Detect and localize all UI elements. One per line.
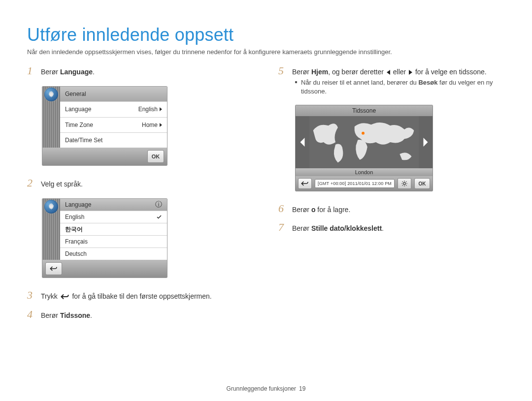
step-4: 4 Berør Tidssone. — [27, 308, 268, 321]
row-timezone[interactable]: Time Zone Home — [60, 118, 167, 133]
back-button[interactable] — [298, 178, 312, 189]
ok-button[interactable]: OK — [147, 150, 164, 163]
page-title: Utføre innledende oppsett — [27, 25, 505, 45]
step-num: 1 — [27, 64, 36, 77]
settings-side-strip — [42, 87, 60, 148]
chevron-left-icon — [387, 70, 390, 75]
step-1: 1 Berør Language. — [27, 64, 268, 77]
step-num: 6 — [278, 202, 287, 215]
screen-header: General — [60, 87, 167, 102]
step-text: Berør Hjem, og berør deretter eller for … — [292, 67, 487, 77]
step-text: Berør Tidssone. — [41, 310, 92, 320]
screen-general-settings: General Language English Time Zone Home … — [42, 86, 167, 166]
step-num: 3 — [27, 289, 36, 302]
step-6: 6 Berør o for å lagre. — [278, 202, 505, 215]
lang-german[interactable]: Deutsch — [60, 248, 167, 260]
step-5-note: Når du reiser til et annet land, berører… — [295, 78, 505, 96]
step-num: 7 — [278, 221, 287, 234]
row-datetime[interactable]: Date/Time Set — [60, 133, 167, 148]
tz-gmt-datetime: [GMT +00:00] 2011/01/01 12:00 PM — [315, 179, 395, 188]
check-icon — [156, 214, 162, 220]
world-map[interactable] — [309, 116, 419, 168]
step-text: Trykk for å gå tilbake til den første op… — [41, 291, 212, 302]
step-text: Berør Stille dato/klokkeslett. — [292, 223, 384, 233]
step-7: 7 Berør Stille dato/klokkeslett. — [278, 221, 505, 234]
screen-header: Language ⓘ — [60, 199, 167, 211]
step-2: 2 Velg et språk. — [27, 177, 268, 189]
intro-text: Når den innledende oppsettsskjermen vise… — [27, 48, 505, 56]
bullet-icon — [295, 81, 297, 83]
svg-point-4 — [403, 183, 406, 185]
screen-language-list: Language ⓘ English 한국어 — [42, 198, 167, 278]
step-text: Berør Language. — [41, 67, 95, 77]
step-num: 4 — [27, 308, 36, 321]
step-text: Berør o for å lagre. — [292, 205, 350, 215]
step-num: 2 — [27, 177, 36, 189]
step-3: 3 Trykk for å gå tilbake til den første … — [27, 289, 268, 302]
tz-title: Tidssone — [296, 105, 432, 116]
gear-icon — [44, 88, 58, 101]
back-icon — [61, 292, 69, 302]
svg-point-3 — [362, 132, 365, 135]
lang-english[interactable]: English — [60, 211, 167, 223]
info-icon[interactable]: ⓘ — [155, 200, 162, 209]
step-5: 5 Berør Hjem, og berør deretter eller fo… — [278, 64, 505, 77]
gear-icon — [44, 200, 58, 214]
page-footer: Grunnleggende funksjoner19 — [0, 385, 532, 392]
tz-city: London — [296, 168, 432, 176]
ok-button[interactable]: OK — [414, 178, 430, 189]
row-language[interactable]: Language English — [60, 102, 167, 117]
lang-french[interactable]: Français — [60, 236, 167, 248]
step-num: 5 — [278, 64, 287, 77]
chevron-right-icon — [409, 70, 412, 75]
settings-side-strip — [42, 199, 60, 260]
chevron-right-icon — [160, 107, 162, 111]
dst-button[interactable] — [398, 178, 411, 189]
step-text: Velg et språk. — [41, 179, 83, 189]
lang-korean[interactable]: 한국어 — [60, 223, 167, 236]
chevron-right-icon — [160, 123, 162, 127]
back-button[interactable] — [45, 262, 62, 275]
tz-prev-button[interactable] — [296, 138, 309, 147]
tz-next-button[interactable] — [419, 138, 432, 147]
screen-timezone: Tidssone — [295, 105, 433, 191]
